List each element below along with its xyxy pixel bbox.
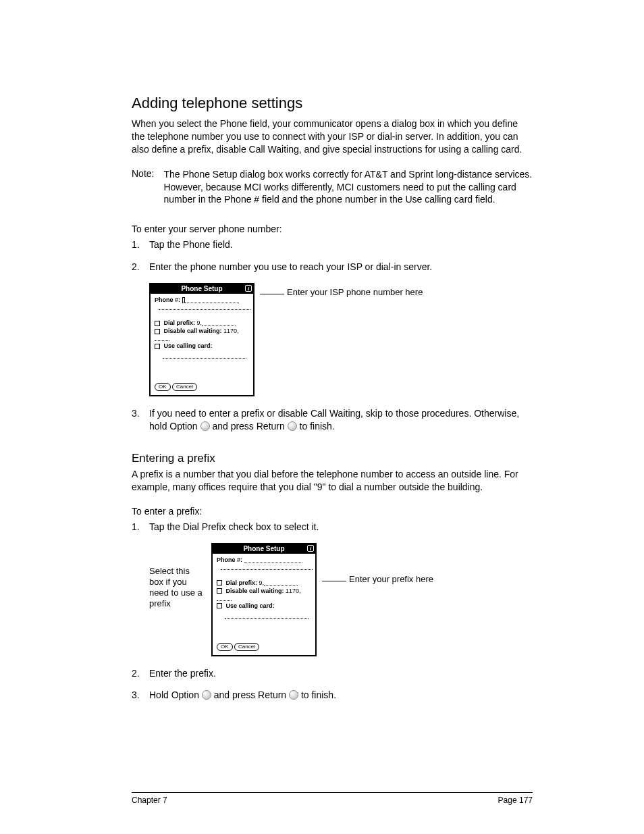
- info-icon[interactable]: i: [245, 285, 252, 292]
- disable-call-waiting-label: Disable call waiting:: [164, 328, 222, 334]
- disable-call-waiting-value[interactable]: 1170,: [223, 328, 239, 334]
- calling-card-field[interactable]: [163, 353, 246, 359]
- p2-step-3-a: Hold Option: [149, 689, 202, 700]
- p2-step-3-c: to finish.: [301, 689, 336, 700]
- p2-step-2: Enter the prefix.: [132, 667, 533, 680]
- phone-number-field-2-line2[interactable]: [221, 564, 313, 570]
- prefix-intro-paragraph: A prefix is a number that you dial befor…: [132, 468, 533, 494]
- step-1: Tap the Phone field.: [132, 238, 533, 251]
- p2-step-3-b: and press Return: [214, 689, 289, 700]
- page-content: Adding telephone settings When you selec…: [0, 0, 644, 752]
- return-key-icon: [288, 421, 297, 431]
- disable-call-waiting-value-2[interactable]: 1170,: [286, 588, 301, 594]
- footer-page-number: Page 177: [498, 796, 533, 805]
- procedure-2-steps: Tap the Dial Prefix check box to select …: [132, 521, 533, 533]
- phone-setup-dialog-2: Phone Setup i Phone #: Dial prefix: 9, D…: [211, 543, 317, 656]
- cancel-button[interactable]: Cancel: [172, 383, 197, 391]
- use-calling-card-checkbox-2[interactable]: [217, 603, 222, 608]
- note-body: The Phone Setup dialog box works correct…: [163, 168, 533, 207]
- procedure-1-lead: To enter your server phone number:: [132, 224, 533, 234]
- dial-prefix-field[interactable]: [202, 320, 236, 326]
- phone-number-field-2[interactable]: [244, 557, 302, 563]
- intro-paragraph: When you select the Phone field, your co…: [132, 118, 533, 156]
- dialog-titlebar: Phone Setup i: [151, 284, 253, 294]
- note-label: Note:: [132, 168, 154, 207]
- phone-number-label: Phone #:: [155, 296, 180, 303]
- ok-button[interactable]: OK: [155, 383, 171, 391]
- figure-phone-setup-1: Phone Setup i Phone #: Dial prefix: 9, D…: [149, 283, 533, 396]
- dialog-title-2: Phone Setup: [243, 545, 284, 552]
- dial-prefix-value-2[interactable]: 9,: [259, 579, 265, 586]
- heading-entering-a-prefix: Entering a prefix: [132, 452, 533, 465]
- phone-number-label-2: Phone #:: [217, 556, 242, 563]
- dial-prefix-value[interactable]: 9,: [197, 319, 203, 326]
- use-calling-card-checkbox[interactable]: [155, 344, 160, 349]
- phone-setup-dialog: Phone Setup i Phone #: Dial prefix: 9, D…: [149, 283, 254, 396]
- heading-adding-telephone-settings: Adding telephone settings: [132, 95, 533, 112]
- option-key-icon: [200, 421, 210, 431]
- option-key-icon-2: [202, 690, 211, 700]
- dial-prefix-label-2: Dial prefix:: [226, 579, 258, 586]
- disable-call-waiting-checkbox[interactable]: [155, 329, 160, 334]
- calling-card-field-2[interactable]: [225, 613, 308, 619]
- return-key-icon-2: [289, 690, 298, 700]
- phone-number-field-line2[interactable]: [159, 304, 250, 310]
- callout-select-box-prefix: Select this box if you need to use a pre…: [149, 543, 206, 610]
- ok-button-2[interactable]: OK: [217, 643, 233, 651]
- info-icon-2[interactable]: i: [307, 545, 314, 552]
- disable-call-waiting-label-2: Disable call waiting:: [226, 588, 284, 594]
- disable-call-waiting-field[interactable]: [155, 335, 169, 341]
- figure-phone-setup-2: Select this box if you need to use a pre…: [149, 543, 533, 656]
- dialog-title: Phone Setup: [181, 285, 222, 292]
- footer-chapter: Chapter 7: [132, 796, 167, 805]
- dial-prefix-checkbox[interactable]: [155, 321, 160, 326]
- dialog-titlebar-2: Phone Setup i: [213, 544, 315, 554]
- step-3-part-b: and press Return: [212, 421, 287, 432]
- step-2: Enter the phone number you use to reach …: [132, 261, 533, 273]
- dial-prefix-field-2[interactable]: [264, 580, 298, 586]
- procedure-1-steps-cont: If you need to enter a prefix or disable…: [132, 407, 533, 433]
- callout-enter-isp-phone: Enter your ISP phone number here: [260, 287, 423, 298]
- cancel-button-2[interactable]: Cancel: [234, 643, 259, 651]
- step-3-part-c: to finish.: [300, 421, 335, 432]
- phone-number-field[interactable]: [185, 297, 239, 303]
- procedure-2-steps-cont: Enter the prefix. Hold Option and press …: [132, 667, 533, 702]
- dial-prefix-checkbox-2[interactable]: [217, 580, 222, 585]
- use-calling-card-label-2: Use calling card:: [226, 602, 275, 609]
- procedure-1-steps: Tap the Phone field. Enter the phone num…: [132, 238, 533, 273]
- p2-step-3: Hold Option and press Return to finish.: [132, 689, 533, 702]
- disable-call-waiting-checkbox-2[interactable]: [217, 588, 222, 594]
- procedure-2-lead: To enter a prefix:: [132, 506, 533, 517]
- callout-enter-prefix-here: Enter your prefix here: [322, 574, 433, 585]
- dial-prefix-label: Dial prefix:: [164, 319, 196, 326]
- note-block: Note: The Phone Setup dialog box works c…: [132, 168, 533, 207]
- step-3: If you need to enter a prefix or disable…: [132, 407, 533, 433]
- p2-step-1: Tap the Dial Prefix check box to select …: [132, 521, 533, 533]
- page-footer: Chapter 7 Page 177: [132, 792, 533, 805]
- use-calling-card-label: Use calling card:: [164, 342, 213, 349]
- disable-call-waiting-field-2[interactable]: [217, 595, 232, 601]
